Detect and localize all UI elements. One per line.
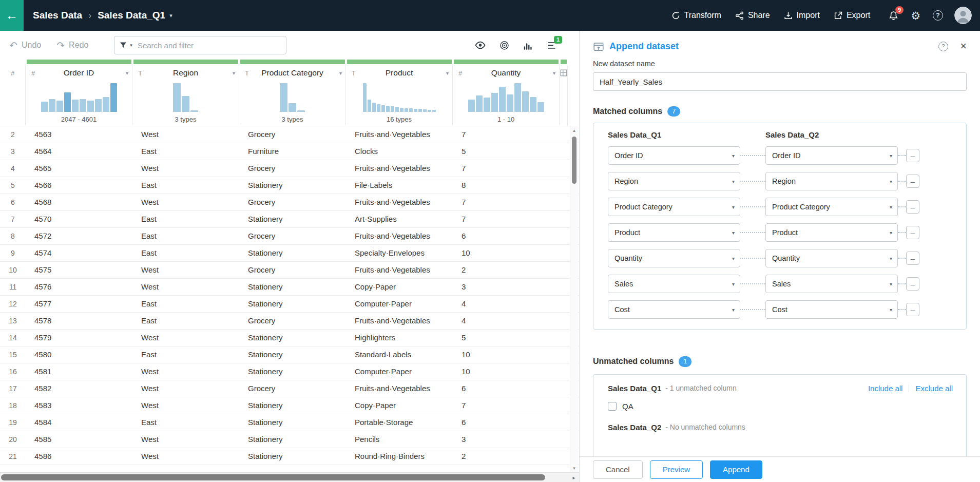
table-cell[interactable]: Art·Supplies [346,211,453,227]
table-cell[interactable]: Highlighters [346,330,453,346]
table-cell[interactable]: 4575 [26,262,132,278]
undo-button[interactable]: ↶ Undo [9,40,41,51]
table-cell[interactable]: Fruits·and·Vegetables [346,313,453,329]
table-cell[interactable]: 7 [453,126,560,143]
table-cell[interactable]: 8 [453,177,560,194]
table-cell[interactable]: 4581 [26,363,132,380]
table-cell[interactable]: Stationery [239,279,346,295]
right-column-select[interactable]: Product▾ [765,223,898,242]
table-cell[interactable]: 6 [453,414,560,431]
table-cell[interactable]: East [132,245,239,261]
applied-steps-button[interactable]: 1 [547,41,556,50]
table-cell[interactable]: Furniture [239,143,346,160]
vertical-scroll-thumb[interactable] [572,137,577,184]
table-cell[interactable]: 3 [453,431,560,448]
back-button[interactable]: ← [0,0,24,31]
table-cell[interactable]: File·Labels [346,177,453,194]
search-input[interactable] [138,41,281,50]
table-cell[interactable]: 4566 [26,177,132,194]
column-header-quantity[interactable]: #Quantity▾ [453,65,560,81]
table-cell[interactable]: West [132,380,239,397]
column-stats-button[interactable] [523,41,533,50]
column-histogram-quantity[interactable]: 1 - 10 [453,81,560,126]
table-cell[interactable]: Portable·Storage [346,414,453,431]
table-cell[interactable]: Fruits·and·Vegetables [346,228,453,244]
table-cell[interactable]: Stationery [239,330,346,346]
table-cell[interactable]: 6 [453,380,560,397]
table-cell[interactable]: 5 [453,143,560,160]
table-cell[interactable]: 7 [453,194,560,210]
table-cell[interactable]: Stationery [239,296,346,312]
table-cell[interactable]: Stationery [239,431,346,448]
table-cell[interactable]: Stationery [239,414,346,431]
table-cell[interactable]: East [132,414,239,431]
remove-pair-button[interactable]: – [906,303,919,316]
table-cell[interactable]: East [132,296,239,312]
table-cell[interactable]: Computer·Paper [346,296,453,312]
table-cell[interactable]: 4563 [26,126,132,143]
scroll-down-arrow[interactable]: ▼ [570,464,578,472]
table-cell[interactable]: 7 [453,397,560,414]
table-cell[interactable]: 4582 [26,380,132,397]
column-histogram-product[interactable]: 16 types [346,81,453,126]
dataset-name-input[interactable] [593,72,967,91]
preview-button[interactable]: Preview [650,460,703,479]
right-column-select[interactable]: Sales▾ [765,275,898,293]
right-column-select[interactable]: Quantity▾ [765,249,898,267]
table-cell[interactable]: 4584 [26,414,132,431]
table-cell[interactable]: West [132,363,239,380]
table-cell[interactable]: 4568 [26,194,132,210]
table-cell[interactable]: Specialty·Envelopes [346,245,453,261]
table-cell[interactable]: Fruits·and·Vegetables [346,194,453,210]
horizontal-scroll-thumb[interactable] [1,474,545,480]
remove-pair-button[interactable]: – [906,277,919,291]
right-column-select[interactable]: Product Category▾ [765,198,898,216]
table-cell[interactable]: Pencils [346,431,453,448]
table-cell[interactable]: 4586 [26,448,132,465]
remove-pair-button[interactable]: – [906,226,919,239]
table-cell[interactable]: 6 [453,228,560,244]
table-cell[interactable]: Clocks [346,143,453,160]
table-cell[interactable]: West [132,262,239,278]
column-header-order-id[interactable]: #Order ID▾ [26,65,132,81]
table-cell[interactable]: 4578 [26,313,132,329]
table-cell[interactable]: West [132,448,239,465]
table-cell[interactable]: Copy·Paper [346,279,453,295]
share-button[interactable]: Share [735,11,770,20]
notifications-button[interactable]: 9 [889,11,898,21]
export-button[interactable]: Export [834,11,870,20]
table-cell[interactable]: Grocery [239,262,346,278]
table-cell[interactable]: 4576 [26,279,132,295]
table-cell[interactable]: 2 [453,448,560,465]
table-cell[interactable]: East [132,228,239,244]
table-cell[interactable]: 3 [453,279,560,295]
left-column-select[interactable]: Quantity▾ [608,249,740,267]
transform-button[interactable]: Transform [671,11,721,20]
left-column-select[interactable]: Region▾ [608,172,740,190]
right-column-select[interactable]: Cost▾ [765,300,898,319]
table-cell[interactable]: 4574 [26,245,132,261]
left-column-select[interactable]: Product▾ [608,223,740,242]
column-header-region[interactable]: TRegion▾ [132,65,239,81]
table-cell[interactable]: East [132,346,239,363]
table-cell[interactable]: 7 [453,160,560,177]
table-cell[interactable]: Stationery [239,363,346,380]
table-cell[interactable]: 4580 [26,346,132,363]
remove-pair-button[interactable]: – [906,149,919,162]
table-cell[interactable]: Grocery [239,228,346,244]
left-column-select[interactable]: Product Category▾ [608,198,740,216]
preview-eye-button[interactable] [475,41,486,50]
table-cell[interactable]: 4577 [26,296,132,312]
table-cell[interactable]: Grocery [239,380,346,397]
table-cell[interactable]: Standard·Labels [346,346,453,363]
panel-help-icon[interactable]: ? [938,42,948,51]
column-menu-caret-icon[interactable]: ▾ [339,70,342,76]
table-cell[interactable]: 5 [453,330,560,346]
exclude-all-link[interactable]: Exclude all [915,384,953,393]
remove-pair-button[interactable]: – [906,200,919,214]
table-cell[interactable]: 4583 [26,397,132,414]
table-cell[interactable]: 10 [453,363,560,380]
table-cell[interactable]: Computer·Paper [346,363,453,380]
table-cell[interactable]: 4572 [26,228,132,244]
table-cell[interactable]: Stationery [239,211,346,227]
